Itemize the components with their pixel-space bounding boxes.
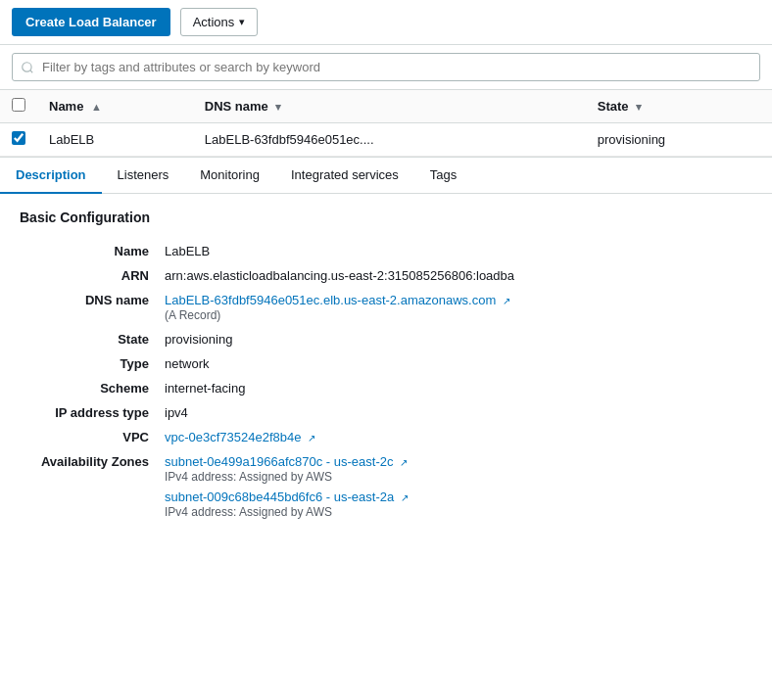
detail-value-text: arn:aws.elasticloadbalancing.us-east-2:3… [165, 268, 514, 283]
dns-sort-icon: ▾ [275, 101, 281, 114]
detail-value-sub: (A Record) [165, 308, 745, 322]
section-title: Basic Configuration [20, 210, 752, 225]
row-state: provisioning [586, 123, 772, 157]
row-checkbox[interactable] [12, 131, 25, 145]
detail-value-link[interactable]: vpc-0e3cf73524e2f8b4e [165, 430, 302, 444]
load-balancer-table: Name ▲ DNS name ▾ State ▾ LabELB LabELB-… [0, 90, 772, 157]
detail-value: vpc-0e3cf73524e2f8b4e ↗ [157, 425, 752, 449]
detail-value-text: network [165, 356, 210, 371]
external-link-icon: ↗ [503, 296, 514, 307]
detail-label: Scheme [20, 376, 157, 400]
detail-label: IP address type [20, 400, 157, 425]
detail-value-text: internet-facing [165, 381, 245, 396]
zone-sub: IPv4 address: Assigned by AWS [165, 505, 745, 519]
external-link-icon: ↗ [400, 457, 411, 469]
zone-link[interactable]: subnet-0e499a1966afc870c - us-east-2c [165, 454, 393, 469]
tab-listeners[interactable]: Listeners [102, 158, 185, 194]
detail-row: Availability Zones subnet-0e499a1966afc8… [20, 449, 752, 530]
row-dns: LabELB-63fdbf5946e051ec.... [193, 123, 586, 157]
row-name: LabELB [37, 123, 193, 157]
zone-item: subnet-009c68be445bd6fc6 - us-east-2a ↗ … [165, 490, 745, 519]
detail-config-table: Name LabELB ARN arn:aws.elasticloadbalan… [20, 239, 752, 530]
col-state[interactable]: State ▾ [586, 90, 772, 123]
tab-monitoring[interactable]: Monitoring [184, 158, 275, 194]
search-bar [0, 45, 772, 90]
detail-tabs: DescriptionListenersMonitoringIntegrated… [0, 158, 772, 194]
detail-value: provisioning [157, 327, 752, 351]
name-sort-icon: ▲ [91, 101, 102, 113]
row-checkbox-cell [0, 123, 37, 157]
detail-label: VPC [20, 425, 157, 449]
external-link-icon: ↗ [308, 433, 319, 444]
actions-button[interactable]: Actions [180, 8, 259, 36]
create-load-balancer-button[interactable]: Create Load Balancer [12, 8, 170, 36]
select-all-checkbox[interactable] [12, 98, 25, 112]
col-name[interactable]: Name ▲ [37, 90, 193, 123]
detail-row: DNS name LabELB-63fdbf5946e051ec.elb.us-… [20, 288, 752, 327]
select-all-checkbox-col [0, 90, 37, 123]
detail-row: State provisioning [20, 327, 752, 351]
detail-value: LabELB [157, 239, 752, 263]
tab-description[interactable]: Description [0, 158, 102, 194]
table-row[interactable]: LabELB LabELB-63fdbf5946e051ec.... provi… [0, 123, 772, 157]
state-sort-icon: ▾ [636, 101, 642, 114]
zone-sub: IPv4 address: Assigned by AWS [165, 470, 745, 484]
search-input[interactable] [12, 53, 760, 81]
zone-link[interactable]: subnet-009c68be445bd6fc6 - us-east-2a [165, 490, 394, 504]
toolbar: Create Load Balancer Actions [0, 0, 772, 45]
tab-tags[interactable]: Tags [414, 158, 472, 194]
detail-value: LabELB-63fdbf5946e051ec.elb.us-east-2.am… [157, 288, 752, 327]
detail-row: Scheme internet-facing [20, 376, 752, 400]
detail-label: DNS name [20, 288, 157, 327]
detail-row: IP address type ipv4 [20, 400, 752, 425]
tab-integrated_services[interactable]: Integrated services [275, 158, 414, 194]
detail-value-text: provisioning [165, 332, 232, 347]
detail-value-link[interactable]: LabELB-63fdbf5946e051ec.elb.us-east-2.am… [165, 293, 496, 307]
detail-row: Type network [20, 351, 752, 376]
detail-value: internet-facing [157, 376, 752, 400]
detail-label: Name [20, 239, 157, 263]
table-header-row: Name ▲ DNS name ▾ State ▾ [0, 90, 772, 123]
col-dns-name[interactable]: DNS name ▾ [193, 90, 586, 123]
detail-label: Type [20, 351, 157, 376]
detail-label: ARN [20, 263, 157, 288]
detail-value: network [157, 351, 752, 376]
external-link-icon: ↗ [401, 492, 412, 504]
detail-value-text: LabELB [165, 244, 210, 258]
detail-value: ipv4 [157, 400, 752, 425]
detail-value-text: ipv4 [165, 405, 188, 420]
zone-item: subnet-0e499a1966afc870c - us-east-2c ↗ … [165, 454, 745, 484]
detail-label: State [20, 327, 157, 351]
detail-value: subnet-0e499a1966afc870c - us-east-2c ↗ … [157, 449, 752, 530]
detail-label: Availability Zones [20, 449, 157, 530]
detail-panel: Basic Configuration Name LabELB ARN arn:… [0, 194, 772, 545]
detail-value: arn:aws.elasticloadbalancing.us-east-2:3… [157, 263, 752, 288]
detail-row: Name LabELB [20, 239, 752, 263]
detail-row: ARN arn:aws.elasticloadbalancing.us-east… [20, 263, 752, 288]
detail-row: VPC vpc-0e3cf73524e2f8b4e ↗ [20, 425, 752, 449]
